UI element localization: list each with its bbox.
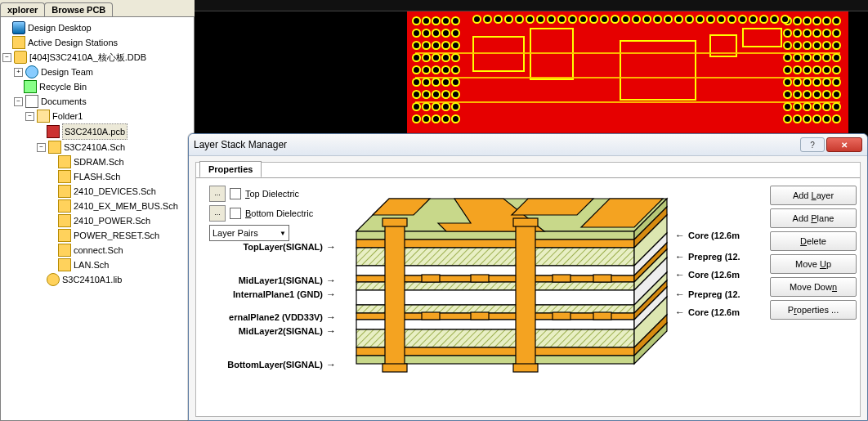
tree-team[interactable]: Design Team bbox=[41, 65, 93, 79]
top-dielectric-checkbox[interactable] bbox=[230, 188, 241, 199]
tree-file-pcb[interactable]: S3C2410A.pcb bbox=[62, 123, 128, 140]
project-tree-panel: Design Desktop Active Design Stations −[… bbox=[0, 16, 195, 421]
add-plane-button[interactable]: Add Plane bbox=[770, 208, 857, 228]
pcb-editor-canvas[interactable]: /*generated below*/ bbox=[195, 0, 868, 149]
move-up-button[interactable]: Move Up bbox=[770, 254, 857, 274]
svg-rect-37 bbox=[422, 312, 440, 320]
tree-recycle[interactable]: Recycle Bin bbox=[39, 79, 87, 94]
svg-rect-45 bbox=[513, 218, 538, 226]
delete-button[interactable]: Delete bbox=[770, 231, 857, 251]
sch-icon bbox=[58, 258, 71, 271]
dialog-body: Properties ... TTop Dielectricop Dielect… bbox=[195, 162, 861, 417]
tab-properties[interactable]: Properties bbox=[199, 161, 262, 177]
top-dielectric-options[interactable]: ... bbox=[209, 186, 226, 202]
expand-toggle[interactable]: − bbox=[14, 97, 23, 106]
tree-file-lan[interactable]: LAN.Sch bbox=[74, 258, 109, 272]
pcb-board: /*generated below*/ bbox=[407, 11, 848, 134]
add-layer-button[interactable]: Add Layer bbox=[770, 186, 857, 205]
layer-stack-graphic bbox=[340, 182, 691, 403]
folder-icon bbox=[37, 110, 50, 123]
svg-rect-43 bbox=[383, 364, 407, 372]
chevron-down-icon: ▼ bbox=[280, 230, 286, 237]
ddb-icon bbox=[14, 51, 27, 64]
layer-label-ip2: ernalPlane2 (VDD33V) bbox=[201, 311, 336, 323]
tree-file-flash[interactable]: FLASH.Sch bbox=[74, 169, 120, 184]
tree-folder[interactable]: Folder1 bbox=[52, 109, 83, 123]
move-down-button[interactable]: Move Down bbox=[770, 277, 857, 297]
svg-rect-42 bbox=[383, 218, 407, 226]
svg-rect-33 bbox=[422, 275, 440, 282]
recycle-icon bbox=[24, 80, 37, 93]
tree-file-sdram[interactable]: SDRAM.Sch bbox=[74, 155, 124, 169]
layer-label-top: TopLayer(SIGNAL) bbox=[201, 241, 336, 253]
layer-stack-manager-dialog: Layer Stack Manager ? ✕ Properties ... T… bbox=[188, 133, 868, 421]
tree-ddb[interactable]: [404]S3C2410A_核心板.DDB bbox=[29, 50, 146, 65]
tree-file-power[interactable]: 2410_POWER.Sch bbox=[74, 213, 150, 228]
sch-icon bbox=[58, 199, 71, 213]
tree-file-devices[interactable]: 2410_DEVICES.Sch bbox=[74, 184, 156, 199]
pcb-icon bbox=[47, 125, 60, 138]
bottom-dielectric-options[interactable]: ... bbox=[209, 205, 226, 222]
tab-browse-pcb[interactable]: Browse PCB bbox=[44, 2, 113, 16]
ruler bbox=[195, 0, 868, 11]
sch-icon bbox=[58, 155, 71, 168]
bottom-dielectric-label: Bottom Dielectric bbox=[245, 208, 313, 218]
expand-toggle[interactable]: − bbox=[25, 112, 34, 121]
svg-rect-36 bbox=[593, 275, 611, 282]
tree-root[interactable]: Design Desktop bbox=[28, 20, 92, 35]
dialog-title: Layer Stack Manager bbox=[194, 139, 799, 150]
sch-icon bbox=[58, 244, 71, 257]
layer-label-ip1: InternalPlane1 (GND) bbox=[201, 289, 336, 300]
sch-icon bbox=[48, 141, 61, 154]
expand-toggle[interactable]: + bbox=[14, 68, 23, 77]
lib-icon bbox=[47, 273, 60, 286]
tree-file-preset[interactable]: POWER_RESET.Sch bbox=[74, 228, 159, 243]
tree-documents[interactable]: Documents bbox=[41, 94, 87, 109]
svg-rect-35 bbox=[553, 275, 570, 282]
layer-label-mid2: MidLayer2(SIGNAL) bbox=[201, 325, 336, 337]
desktop-icon bbox=[12, 21, 25, 34]
bottom-dielectric-checkbox[interactable] bbox=[230, 208, 241, 219]
tree-file-connect[interactable]: connect.Sch bbox=[74, 243, 123, 258]
tab-explorer[interactable]: xplorer bbox=[0, 2, 45, 16]
documents-icon bbox=[25, 95, 38, 108]
help-button[interactable]: ? bbox=[800, 137, 825, 152]
top-dielectric-label: TTop Dielectricop Dielectric bbox=[245, 189, 299, 199]
project-tree[interactable]: Design Desktop Active Design Stations −[… bbox=[1, 17, 194, 290]
sch-icon bbox=[58, 185, 71, 198]
svg-rect-44 bbox=[516, 222, 535, 367]
stations-icon bbox=[12, 36, 25, 49]
tree-file-sch-main[interactable]: S3C2410A.Sch bbox=[64, 140, 125, 155]
dialog-titlebar[interactable]: Layer Stack Manager ? ✕ bbox=[189, 134, 867, 156]
layer-label-bottom: BottomLayer(SIGNAL) bbox=[201, 359, 336, 370]
sch-icon bbox=[58, 170, 71, 183]
close-button[interactable]: ✕ bbox=[826, 137, 862, 152]
tree-file-lib[interactable]: S3C2410A1.lib bbox=[62, 272, 122, 287]
layer-label-mid1: MidLayer1(SIGNAL) bbox=[201, 275, 336, 286]
expand-toggle[interactable]: − bbox=[37, 143, 46, 152]
top-tabs: xplorer Browse PCB bbox=[0, 0, 112, 16]
expand-toggle[interactable]: − bbox=[2, 53, 11, 62]
svg-rect-41 bbox=[385, 222, 405, 367]
team-icon bbox=[25, 65, 38, 78]
tree-file-exmem[interactable]: 2410_EX_MEM_BUS.Sch bbox=[74, 199, 178, 213]
svg-rect-40 bbox=[593, 312, 611, 320]
pair-mode-select[interactable]: Layer Pairs ▼ bbox=[209, 225, 289, 241]
dialog-button-column: Add Layer Add Plane Delete Move Up Move … bbox=[770, 186, 857, 320]
svg-rect-34 bbox=[471, 275, 489, 282]
svg-rect-38 bbox=[471, 312, 489, 320]
properties-button[interactable]: Properties ... bbox=[770, 300, 857, 320]
sch-icon bbox=[58, 229, 71, 242]
tree-stations[interactable]: Active Design Stations bbox=[28, 35, 118, 50]
svg-rect-39 bbox=[553, 312, 570, 320]
svg-rect-46 bbox=[513, 364, 538, 372]
sch-icon bbox=[58, 214, 71, 227]
select-value: Layer Pairs bbox=[213, 228, 258, 238]
